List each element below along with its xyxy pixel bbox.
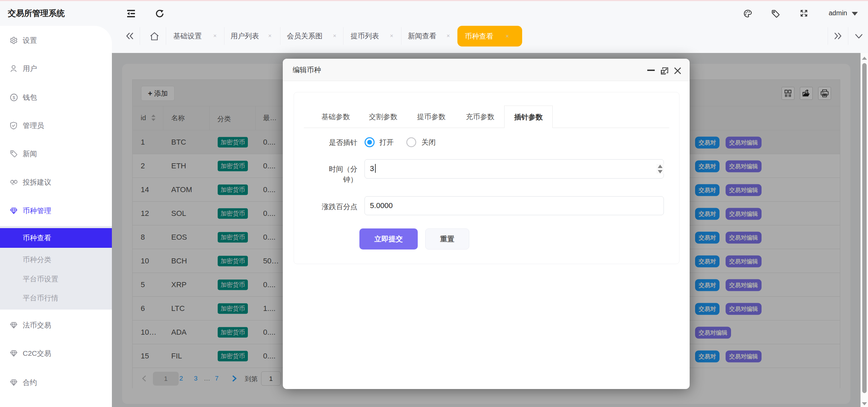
svg-text:$: $ (13, 95, 15, 100)
